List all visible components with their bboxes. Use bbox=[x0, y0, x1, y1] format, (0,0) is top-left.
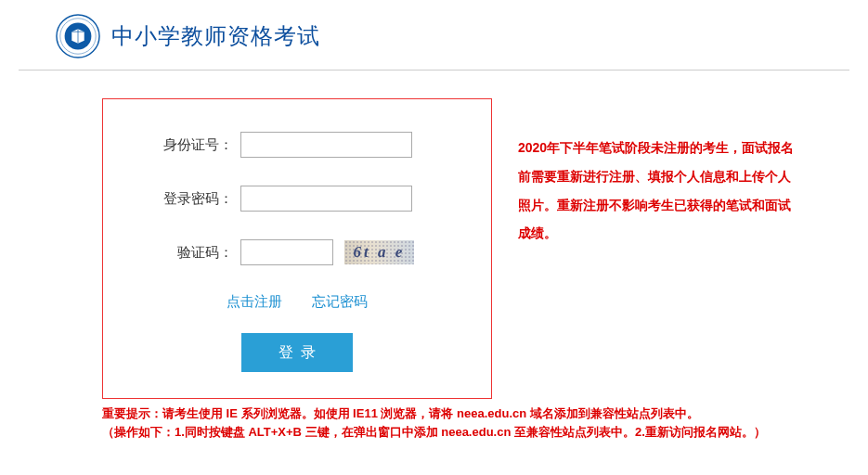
captcha-image[interactable]: 6t a e bbox=[344, 240, 414, 264]
id-input[interactable] bbox=[240, 132, 412, 158]
login-button[interactable]: 登录 bbox=[241, 333, 353, 372]
bottom-notice-line1: 重要提示：请考生使用 IE 系列浏览器。如使用 IE11 浏览器，请将 neea… bbox=[102, 404, 766, 423]
forgot-password-link[interactable]: 忘记密码 bbox=[312, 293, 368, 311]
bottom-notice-line2: （操作如下：1.同时按键盘 ALT+X+B 三键，在弹出窗口中添加 neea.e… bbox=[102, 423, 766, 442]
page-title: 中小学教师资格考试 bbox=[111, 21, 320, 51]
id-label: 身份证号： bbox=[131, 136, 233, 154]
bottom-notice: 重要提示：请考生使用 IE 系列浏览器。如使用 IE11 浏览器，请将 neea… bbox=[102, 404, 766, 441]
password-label: 登录密码： bbox=[131, 190, 233, 208]
register-link[interactable]: 点击注册 bbox=[227, 293, 282, 311]
site-logo-icon bbox=[56, 14, 100, 58]
password-input[interactable] bbox=[240, 186, 412, 212]
captcha-input[interactable] bbox=[240, 239, 333, 265]
captcha-label: 验证码： bbox=[131, 244, 233, 262]
login-form: 身份证号： 登录密码： 验证码： 6t a e 点击注册 忘记密码 登录 bbox=[102, 98, 492, 399]
side-notice: 2020年下半年笔试阶段未注册的考生，面试报名前需要重新进行注册、填报个人信息和… bbox=[518, 98, 797, 399]
